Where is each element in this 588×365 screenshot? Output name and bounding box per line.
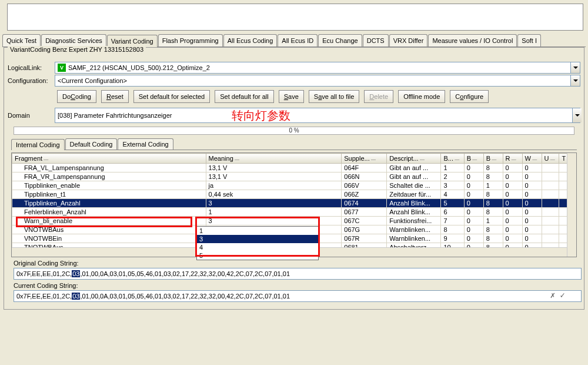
chevron-down-icon[interactable] [570, 75, 580, 86]
tab-flash-programming[interactable]: Flash Programming [158, 34, 223, 47]
cell [542, 225, 559, 234]
vertical-scrollbar[interactable] [567, 153, 576, 257]
cell-meaning: ja [206, 181, 342, 190]
cell: 0 [522, 208, 542, 217]
logical-link-label: LogicalLink: [8, 64, 55, 71]
col-header-w[interactable]: W — [522, 154, 542, 164]
dropdown-option[interactable]: 1 [197, 227, 318, 235]
set-default-selected-button[interactable]: Set default for selected [133, 90, 211, 103]
cell: 066V [342, 181, 387, 190]
col-header-supple[interactable]: Supple... — [342, 154, 387, 164]
cell: 1 [483, 217, 503, 225]
cell: 7 [441, 217, 464, 225]
cell: 0677 [342, 208, 387, 217]
orig-post: ,01,00,0A,03,01,05,05,46,01,03,02,17,22,… [80, 270, 290, 277]
cell: 0 [522, 164, 542, 172]
do-coding-button[interactable]: Do Coding [57, 90, 96, 103]
cell: 0 [464, 190, 483, 199]
tab-dcts[interactable]: DCTS [363, 34, 389, 47]
dropdown-option[interactable]: 4 [197, 243, 318, 251]
configure-button[interactable]: Configure [450, 90, 489, 103]
original-coding-field[interactable]: 0x7F,EE,EE,01,2C,03,01,00,0A,03,01,05,05… [14, 268, 582, 280]
set-default-all-button[interactable]: Set default for all [215, 90, 274, 103]
chevron-down-icon[interactable] [570, 62, 580, 73]
cell: 0 [522, 190, 542, 199]
cell: 8 [483, 199, 503, 208]
cell [542, 199, 559, 208]
configuration-value: <Current Configuration> [58, 77, 127, 84]
cell: Anzahl Blink... [387, 208, 441, 217]
table-row[interactable]: Tippblinken_enableja066VSchaltet die ...… [12, 181, 576, 190]
tab-variant-coding[interactable]: Variant Coding [107, 35, 158, 47]
cell: 064F [342, 164, 387, 172]
curr-post: ,01,00,0A,03,01,05,05,46,01,03,02,17,22,… [80, 293, 290, 300]
cell: 0 [522, 225, 542, 234]
value-dropdown[interactable]: 1345 [196, 226, 319, 260]
dropdown-option[interactable]: 3 [197, 235, 318, 243]
table-row[interactable]: Tippblinken_t10,44 sek066ZZeitdauer für.… [12, 190, 576, 199]
cell: Gibt an auf ... [387, 172, 441, 181]
tab-all-ecus-coding[interactable]: All Ecus Coding [223, 34, 278, 47]
cell-fragment: Tippblinken_t1 [12, 190, 206, 199]
cell: 2 [441, 172, 464, 181]
table-row[interactable]: Warn_bli_enable3067CFunktionsfrei...7010… [12, 217, 576, 225]
cell-meaning: 0,44 sek [206, 190, 342, 199]
tab-all-ecus-id[interactable]: All Ecus ID [278, 34, 318, 47]
chevron-down-icon[interactable] [572, 108, 582, 122]
subtab-default-coding[interactable]: Default Coding [65, 138, 118, 150]
logical-link-combo[interactable]: V SAMF_212 (HSCAN_UDS_500).212_Optimize_… [55, 62, 580, 74]
col-header-b2[interactable]: B — [464, 154, 483, 164]
orig-pre: 0x7F,EE,EE,01,2C, [16, 270, 72, 277]
coding-grid[interactable]: Fragment —Meaning —Supple... —Descript..… [11, 152, 577, 257]
reset-button[interactable]: Reset [101, 90, 129, 103]
curr-pre: 0x7F,EE,EE,01,2C, [16, 293, 72, 300]
dropdown-option[interactable]: 5 [197, 251, 318, 260]
cell: 0 [464, 208, 483, 217]
subtab-external-coding[interactable]: External Coding [118, 138, 173, 150]
cell: 0 [522, 181, 542, 190]
col-header-meaning[interactable]: Meaning — [206, 154, 342, 164]
tab-ecu-change[interactable]: Ecu Change [318, 34, 362, 47]
table-row[interactable]: Fehlerblinken_Anzahl10677Anzahl Blink...… [12, 208, 576, 217]
col-header-r[interactable]: R — [503, 154, 522, 164]
cell-fragment: VNOTWBEin [12, 234, 206, 243]
save-button[interactable]: Save [279, 90, 304, 103]
col-header-fragment[interactable]: Fragment — [12, 154, 206, 164]
delete-button: Delete [364, 90, 393, 103]
cell-meaning: 13,1 V [206, 164, 342, 172]
col-header-u[interactable]: U — [542, 154, 559, 164]
cell: 5 [441, 199, 464, 208]
table-row[interactable]: FRA_VL_Lampenspannung13,1 V064FGibt an a… [12, 164, 576, 172]
tab-vrx-differ[interactable]: VRX Differ [389, 34, 428, 47]
tab-diagnostic-services[interactable]: Diagnostic Services [41, 34, 106, 47]
domain-label: Domain [8, 112, 55, 119]
cell-meaning: 13,1 V [206, 172, 342, 181]
apply-cancel-icons[interactable]: ✗ ✓ [550, 290, 565, 300]
cell: Gibt an auf ... [387, 164, 441, 172]
tab-quick-test[interactable]: Quick Test [2, 34, 41, 47]
table-row[interactable]: FRA_VR_Lampenspannung13,1 V066NGibt an a… [12, 172, 576, 181]
offline-mode-button[interactable]: Offline mode [398, 90, 445, 103]
tab-soft-i[interactable]: Soft I [517, 34, 541, 47]
col-header-b1[interactable]: B... — [441, 154, 464, 164]
tab-measure-values-io-control[interactable]: Measure values / IO Control [428, 34, 517, 47]
col-header-descript[interactable]: Descript... — [387, 154, 441, 164]
cell-fragment: Tippblinken_Anzahl [12, 199, 206, 208]
domain-combo[interactable]: [038] Parameter Fahrtrichtungsanzeiger 转… [55, 108, 580, 123]
subtab-internal-coding[interactable]: Internal Coding [11, 139, 65, 150]
button-bar: Do Coding Reset Set default for selected… [57, 88, 580, 107]
cell: 0 [503, 208, 522, 217]
cell: 0 [503, 190, 522, 199]
cell: 0 [503, 199, 522, 208]
col-header-b3[interactable]: B — [483, 154, 503, 164]
cell: Zeitdauer für... [387, 190, 441, 199]
cell: 0 [464, 172, 483, 181]
cell: 0 [503, 217, 522, 225]
configuration-combo[interactable]: <Current Configuration> [55, 75, 580, 87]
cell: 8 [483, 208, 503, 217]
cell: 0 [522, 234, 542, 243]
current-coding-field[interactable]: 0x7F,EE,EE,01,2C,03,01,00,0A,03,01,05,05… [14, 290, 582, 302]
save-all-button[interactable]: Save all to file [309, 90, 360, 103]
cell-fragment: FRA_VL_Lampenspannung [12, 164, 206, 172]
table-row[interactable]: Tippblinken_Anzahl30674Anzahl Blink...50… [12, 199, 576, 208]
